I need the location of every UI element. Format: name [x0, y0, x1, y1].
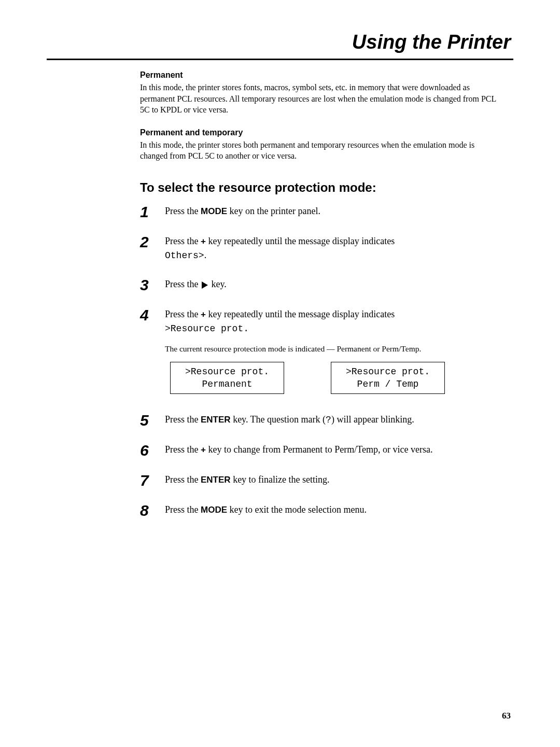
step-body: Press the + key repeatedly until the mes… [165, 234, 503, 263]
step-5: 5 Press the ENTER key. The question mark… [140, 413, 503, 428]
text: . [204, 250, 207, 260]
key-label: + [201, 445, 206, 455]
lcd-line: >Resource prot. [180, 365, 274, 378]
display-text: >Resource prot. [165, 323, 249, 334]
lcd-box-permanent: >Resource prot. Permanent [170, 362, 284, 394]
lcd-line: Permanent [180, 378, 274, 390]
body-perm-temp: In this mode, the printer stores both pe… [140, 139, 503, 162]
right-arrow-icon [202, 281, 208, 289]
key-label: ENTER [201, 415, 231, 425]
step-number: 3 [140, 277, 165, 293]
key-label: + [201, 309, 206, 319]
text: ) will appear blinking. [331, 414, 414, 425]
step-number: 5 [140, 413, 165, 428]
display-text: Others> [165, 250, 204, 261]
text: key repeatedly until the message display… [206, 236, 395, 246]
step-number: 7 [140, 473, 165, 488]
step-body: Press the ENTER key. The question mark (… [165, 413, 503, 427]
text: Press the [165, 444, 201, 455]
step-6: 6 Press the + key to change from Permane… [140, 443, 503, 458]
step-3: 3 Press the key. [140, 277, 503, 293]
step-body: Press the + key repeatedly until the mes… [165, 307, 503, 398]
step-number: 6 [140, 443, 165, 458]
lcd-box-perm-temp: >Resource prot. Perm / Temp [331, 362, 445, 394]
text: key. The question mark ( [231, 414, 326, 425]
lcd-line: >Resource prot. [341, 365, 435, 378]
text: Press the [165, 236, 201, 246]
text: Press the [165, 414, 201, 425]
step-body: Press the MODE key to exit the mode sele… [165, 503, 503, 517]
key-label: MODE [201, 206, 227, 216]
page-header: Using the Printer [47, 31, 513, 60]
text: key to change from Permanent to Perm/Tem… [206, 444, 433, 455]
step-body: Press the ENTER key to finalize the sett… [165, 473, 503, 487]
text: Press the [165, 504, 201, 515]
procedure-title: To select the resource protection mode: [140, 180, 503, 195]
section-permanent: Permanent In this mode, the printer stor… [140, 71, 503, 116]
text: key repeatedly until the message display… [206, 309, 395, 319]
text: key. [209, 279, 227, 289]
step-8: 8 Press the MODE key to exit the mode se… [140, 503, 503, 518]
step-number: 8 [140, 503, 165, 518]
section-perm-temp: Permanent and temporary In this mode, th… [140, 128, 503, 162]
text: key to finalize the setting. [231, 474, 330, 485]
lcd-line: Perm / Temp [341, 378, 435, 390]
text: key to exit the mode selection menu. [227, 504, 367, 515]
text: Press the [165, 206, 201, 216]
step-number: 2 [140, 234, 165, 250]
step-body: Press the + key to change from Permanent… [165, 443, 503, 457]
step-note: The current resource protection mode is … [165, 343, 503, 355]
step-7: 7 Press the ENTER key to finalize the se… [140, 473, 503, 488]
step-number: 4 [140, 307, 165, 323]
page-number: 63 [502, 711, 511, 721]
step-number: 1 [140, 204, 165, 220]
text: key on the printer panel. [227, 206, 320, 216]
text: Press the [165, 474, 201, 485]
text: Press the [165, 279, 201, 289]
key-label: MODE [201, 505, 227, 515]
text: Press the [165, 309, 201, 319]
chapter-title: Using the Printer [47, 31, 513, 58]
key-label: + [201, 236, 206, 246]
step-1: 1 Press the MODE key on the printer pane… [140, 204, 503, 220]
lcd-display-row: >Resource prot. Permanent >Resource prot… [170, 362, 503, 394]
key-label: ENTER [201, 475, 231, 485]
step-body: Press the key. [165, 277, 503, 291]
body-permanent: In this mode, the printer stores fonts, … [140, 82, 503, 116]
display-text: ? [326, 415, 331, 425]
step-4: 4 Press the + key repeatedly until the m… [140, 307, 503, 398]
heading-permanent: Permanent [140, 71, 503, 80]
step-2: 2 Press the + key repeatedly until the m… [140, 234, 503, 263]
step-body: Press the MODE key on the printer panel. [165, 204, 503, 218]
heading-perm-temp: Permanent and temporary [140, 128, 503, 137]
